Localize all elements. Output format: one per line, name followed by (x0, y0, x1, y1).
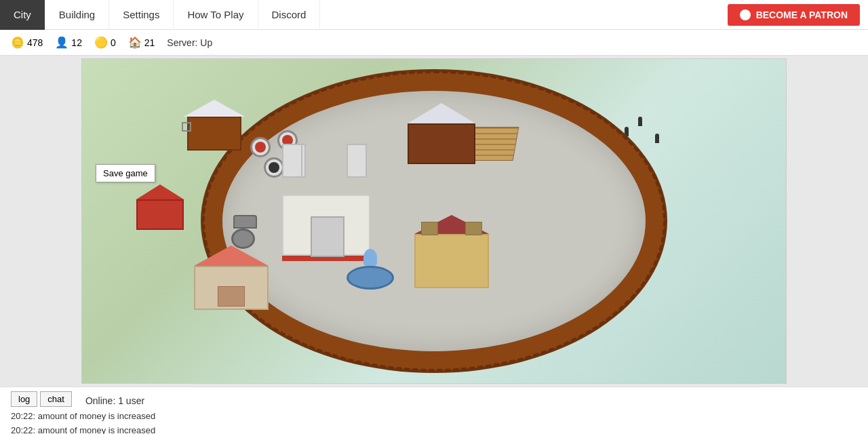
castle-body (282, 195, 370, 256)
mansion-body (194, 266, 269, 310)
coins-icon: 🪙 (11, 36, 24, 49)
snow-house-roof (184, 100, 245, 117)
map-marker (182, 122, 191, 132)
warehouse-body (408, 123, 475, 164)
snow-house-body (187, 117, 241, 151)
chat-tab-button[interactable]: chat (40, 391, 72, 407)
population-stat: 👤 12 (55, 36, 82, 49)
well-building[interactable] (231, 215, 258, 242)
game-canvas[interactable]: Save game (81, 58, 787, 384)
buildings-icon: 🏠 (128, 36, 142, 49)
save-game-button[interactable]: Save game (96, 164, 155, 182)
fountain-building[interactable] (347, 262, 394, 296)
log-line-1: 20:22: amount of money is increased (11, 410, 857, 424)
nav-settings-label: Settings (123, 9, 159, 20)
nav-item-settings[interactable]: Settings (109, 0, 174, 30)
gold-stat: 🟡 0 (94, 36, 116, 49)
server-status-label: Server: Up (167, 37, 212, 48)
log-tab-label: log (18, 394, 30, 404)
coins-stat: 🪙 478 (11, 36, 43, 49)
archery-target-1 (250, 137, 271, 157)
castle-tower-right (347, 144, 367, 178)
gold-icon: 🟡 (94, 36, 108, 49)
castle-building[interactable] (282, 161, 370, 242)
castle-gate (311, 216, 344, 257)
nav-discord-label: Discord (272, 9, 307, 20)
online-status: Online: 1 user (85, 395, 144, 406)
chat-tab-label: chat (47, 394, 64, 404)
become-patron-button[interactable]: BECOME A PATRON (728, 4, 860, 26)
target-center-3 (269, 162, 279, 173)
nav-city-label: City (14, 9, 31, 20)
main-content: Save game (0, 56, 868, 387)
castle-tower-center (282, 144, 302, 178)
left-house-building[interactable] (136, 184, 184, 225)
bg-figure (625, 127, 629, 136)
population-value: 12 (71, 37, 82, 48)
gold-value: 0 (111, 37, 116, 48)
bottom-panel: log chat Online: 1 user 20:22: amount of… (0, 387, 868, 434)
target-center-1 (255, 142, 266, 153)
warehouse-building[interactable] (408, 103, 475, 157)
mansion-building[interactable] (194, 245, 269, 307)
left-house-body (136, 199, 184, 230)
nav-building-label: Building (59, 9, 95, 20)
patreon-icon (740, 9, 751, 20)
shop-window-2 (465, 222, 482, 235)
bg-figure (638, 117, 642, 126)
bg-figure (655, 134, 659, 143)
shop-window (421, 222, 438, 235)
server-status: Server: Up (167, 37, 212, 48)
well-frame (233, 215, 257, 229)
coins-value: 478 (27, 37, 43, 48)
nav-item-discord[interactable]: Discord (258, 0, 321, 30)
fountain-top (363, 249, 377, 266)
mansion-door (218, 286, 245, 307)
main-nav: City Building Settings How To Play Disco… (0, 0, 868, 30)
save-game-label: Save game (103, 168, 148, 178)
nav-item-building[interactable]: Building (45, 0, 109, 30)
warehouse-roof (408, 103, 475, 123)
log-line-2: 20:22: amount of money is increased (11, 424, 857, 434)
buildings-value: 21 (144, 37, 155, 48)
patron-button-label: BECOME A PATRON (756, 9, 848, 20)
mansion-roof (194, 245, 269, 266)
log-tab-button[interactable]: log (11, 391, 37, 407)
left-house-roof (136, 184, 184, 199)
buildings-stat: 🏠 21 (128, 36, 155, 49)
log-chat-tabs: log chat (11, 391, 72, 407)
shop-building[interactable] (414, 215, 489, 283)
shop-body (414, 234, 489, 288)
nav-item-city[interactable]: City (0, 0, 45, 30)
nav-how-to-play-label: How To Play (187, 9, 243, 20)
nav-item-how-to-play[interactable]: How To Play (174, 0, 258, 30)
stats-bar: 🪙 478 👤 12 🟡 0 🏠 21 Server: Up (0, 30, 868, 56)
fountain-base (347, 266, 394, 290)
snow-house-building[interactable] (187, 100, 241, 147)
archery-target-3 (264, 157, 284, 178)
log-lines-container: 20:22: amount of money is increased 20:2… (11, 410, 857, 434)
population-icon: 👤 (55, 36, 68, 49)
